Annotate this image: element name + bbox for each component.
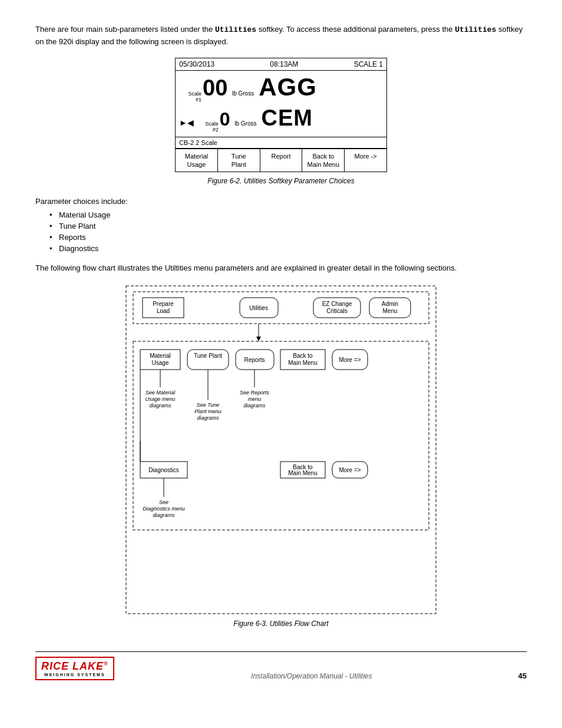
screen-footer-label: CB-2 2 Scale: [176, 137, 386, 149]
svg-text:See Reports: See Reports: [240, 390, 270, 396]
svg-text:Diagnostics: Diagnostics: [148, 467, 179, 473]
svg-text:diagrams: diagrams: [153, 512, 175, 518]
logo-subtitle: WEIGHING SYSTEMS: [44, 673, 105, 677]
svg-text:See: See: [159, 499, 168, 505]
scale-label-1: Scale#1: [179, 91, 201, 103]
svg-text:Criticals: Criticals: [326, 308, 348, 314]
value-2: 0 lb Gross: [220, 110, 257, 129]
svg-text:Menu: Menu: [382, 308, 397, 314]
svg-text:Usage menu: Usage menu: [145, 396, 175, 402]
logo-text: RICE LAKE®: [41, 660, 108, 673]
screen-header: 05/30/2013 08:13AM SCALE 1: [176, 58, 386, 71]
material-1: AGG: [259, 73, 317, 101]
display-screen: 05/30/2013 08:13AM SCALE 1 Scale#1 00 lb…: [175, 58, 387, 172]
btn-material-usage[interactable]: MaterialUsage: [176, 149, 218, 172]
footer-page-number: 45: [509, 671, 527, 680]
page-footer: RICE LAKE® WEIGHING SYSTEMS Installation…: [35, 651, 527, 680]
svg-text:Tune Plant: Tune Plant: [194, 353, 222, 359]
svg-text:See Tune: See Tune: [197, 402, 219, 408]
intro-text-1: There are four main sub-parameters liste…: [35, 25, 215, 34]
footer-center-text: Installation/Operation Manual - Utilitie…: [114, 672, 509, 680]
logo-box: RICE LAKE® WEIGHING SYSTEMS: [35, 657, 114, 680]
svg-text:Plant menu: Plant menu: [194, 409, 222, 414]
screen-time: 08:13AM: [270, 60, 298, 68]
svg-text:See Material: See Material: [146, 390, 176, 396]
svg-rect-0: [126, 286, 436, 614]
param-intro-text: Parameter choices include:: [35, 197, 527, 206]
screen-body: Scale#1 00 lb Gross AGG ►◀ Scale#2 0 lb …: [176, 71, 386, 137]
param-reports: Reports: [59, 233, 527, 242]
svg-text:Back to: Back to: [293, 353, 313, 359]
flow-text: The following flow chart illustrates the…: [35, 262, 527, 274]
svg-text:Diagnostics menu: Diagnostics menu: [143, 506, 185, 512]
figure-2-caption: Figure 6-2. Utilities Softkey Parameter …: [35, 177, 527, 185]
svg-text:menu: menu: [248, 396, 262, 402]
value-1: 00 lb Gross: [203, 77, 254, 99]
flowchart-svg: Prepare Load Utilities EZ Change Critica…: [125, 285, 437, 615]
scale-label-2: Scale#2: [196, 121, 219, 133]
svg-marker-14: [256, 337, 261, 341]
screen-row-1: Scale#1 00 lb Gross AGG: [179, 73, 383, 103]
figure-3-caption: Figure 6-3. Utilities Flow Chart: [35, 620, 527, 628]
svg-text:More =>: More =>: [339, 357, 361, 363]
material-2: CEM: [262, 106, 313, 131]
btn-report[interactable]: Report: [260, 149, 303, 172]
btn-back-main-menu[interactable]: Back toMain Menu: [302, 149, 345, 172]
intro-paragraph: There are four main sub-parameters liste…: [35, 24, 527, 47]
svg-text:Reports: Reports: [244, 357, 265, 363]
keyword-utilities-1: Utilities: [215, 25, 256, 34]
flowchart-container: Prepare Load Utilities EZ Change Critica…: [35, 285, 527, 615]
screen-buttons: MaterialUsage TunePlant Report Back toMa…: [176, 149, 386, 172]
svg-text:Material: Material: [150, 353, 171, 359]
svg-text:Prepare: Prepare: [153, 301, 174, 307]
svg-text:diagrams: diagrams: [243, 403, 266, 409]
keyword-utilities-2: Utilities: [455, 25, 496, 34]
svg-text:Load: Load: [157, 308, 170, 314]
param-section: Parameter choices include: Material Usag…: [35, 197, 527, 253]
arrow-indicator: ►◀: [179, 118, 194, 127]
svg-text:Utilities: Utilities: [249, 305, 268, 311]
svg-text:More =>: More =>: [339, 467, 361, 473]
screen-scale-label: SCALE 1: [354, 60, 383, 68]
svg-text:Main Menu: Main Menu: [288, 360, 317, 366]
svg-text:Admin: Admin: [382, 301, 398, 307]
logo-area: RICE LAKE® WEIGHING SYSTEMS: [35, 657, 114, 680]
svg-text:Usage: Usage: [152, 360, 169, 366]
svg-text:EZ Change: EZ Change: [322, 301, 352, 307]
param-list: Material Usage Tune Plant Reports Diagno…: [35, 210, 527, 253]
svg-text:Main Menu: Main Menu: [288, 470, 317, 476]
param-diagnostics: Diagnostics: [59, 244, 527, 253]
screen-date: 05/30/2013: [179, 60, 214, 68]
intro-text-2: softkey. To access these additional para…: [256, 25, 455, 34]
screen-row-2: ►◀ Scale#2 0 lb Gross CEM: [179, 106, 383, 133]
param-tune-plant: Tune Plant: [59, 222, 527, 230]
btn-tune-plant[interactable]: TunePlant: [218, 149, 260, 172]
btn-more[interactable]: More ->: [345, 149, 386, 172]
svg-text:diagrams: diagrams: [149, 403, 171, 409]
param-material-usage: Material Usage: [59, 210, 527, 219]
screen-mockup: 05/30/2013 08:13AM SCALE 1 Scale#1 00 lb…: [35, 58, 527, 172]
svg-text:diagrams: diagrams: [197, 415, 219, 421]
